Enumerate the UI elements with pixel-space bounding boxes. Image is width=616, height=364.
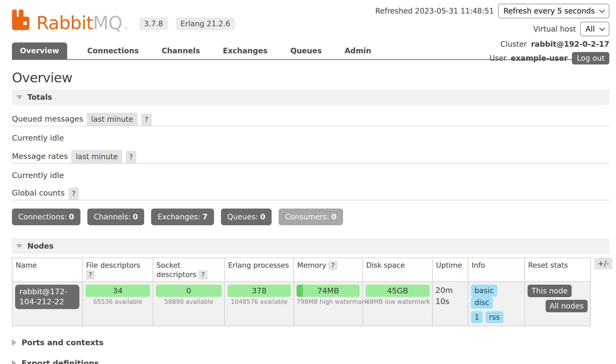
file-descriptors-bar: 34 — [85, 285, 150, 297]
info-cell: basicdisc 1rss — [468, 282, 525, 326]
column-header-memory: Memory ? — [294, 258, 363, 282]
reset-all-nodes-button[interactable]: All nodes — [546, 300, 588, 312]
socket-descriptors-bar: 0 — [156, 285, 222, 297]
column-header-erlang-processes: Erlang processes — [225, 258, 294, 282]
nodes-table-area: Name File descriptors ? Socket descripto… — [12, 258, 609, 326]
consumers-counter-value: 0 — [331, 213, 336, 221]
totals-section-title: Totals — [27, 93, 52, 102]
file-descriptors-help-badge[interactable]: ? — [86, 270, 95, 280]
queues-counter[interactable]: Queues:0 — [221, 209, 272, 225]
connections-counter-value: 0 — [69, 213, 74, 221]
uptime-minutes: 20m — [435, 285, 465, 296]
global-counts-help-badge[interactable]: ? — [69, 188, 79, 200]
file-descriptors-cell: 34 65536 available — [83, 282, 153, 326]
chevron-down-icon — [599, 25, 605, 31]
collapse-triangle-icon — [16, 244, 23, 248]
global-counts-header: Global counts ? — [12, 188, 609, 200]
node-table-row: rabbit@172-104-212-22 34 65536 available… — [12, 282, 591, 326]
channels-counter-value: 0 — [133, 213, 138, 221]
column-header-file-descriptors: File descriptors ? — [83, 258, 153, 282]
version-badges: 3.7.8 Erlang 21.2.6 — [139, 17, 235, 30]
uptime-seconds: 10s — [435, 296, 465, 307]
exchanges-counter-label: Exchanges: — [157, 213, 200, 221]
queues-counter-label: Queues: — [227, 213, 258, 221]
tab-admin[interactable]: Admin — [337, 42, 379, 59]
memory-cell: 74MB 798MB high watermark — [294, 282, 363, 326]
connections-counter-label: Connections: — [18, 213, 67, 221]
rabbitmq-logo[interactable]: Rabbit MQ ™ — [12, 10, 128, 32]
vhost-row: Virtual host All — [533, 22, 609, 36]
logout-button[interactable]: Log out — [572, 52, 609, 64]
nodes-section-header[interactable]: Nodes — [12, 239, 609, 254]
logo-text-rabbit: Rabbit — [36, 15, 93, 32]
memory-watermark: 798MB high watermark — [297, 298, 360, 305]
node-name-badge[interactable]: rabbit@172-104-212-22 — [15, 285, 79, 309]
uptime-cell: 20m 10s — [433, 282, 468, 326]
tab-connections[interactable]: Connections — [79, 42, 147, 59]
info-badge-basic: basic — [471, 285, 497, 297]
channels-counter[interactable]: Channels:0 — [87, 209, 144, 225]
queued-messages-mode-tab[interactable]: last minute — [87, 113, 137, 126]
page-title: Overview — [12, 70, 609, 85]
tab-channels[interactable]: Channels — [154, 42, 208, 59]
global-counters: Connections:0 Channels:0 Exchanges:7 Que… — [12, 209, 609, 225]
queues-counter-value: 0 — [260, 213, 265, 221]
column-header-disk-space: Disk space — [363, 258, 433, 282]
vhost-select[interactable]: All — [580, 22, 609, 36]
disk-space-cell: 45GB 48MB low watermark — [363, 282, 433, 326]
column-header-name: Name — [12, 258, 83, 282]
refresh-interval-select[interactable]: Refresh every 5 seconds — [498, 4, 609, 18]
user-name: example-user — [511, 54, 568, 63]
reset-stats-cell: This node All nodes — [525, 282, 591, 326]
column-header-socket-descriptors: Socket descriptors ? — [153, 258, 225, 282]
queued-messages-header: Queued messages last minute ? — [12, 113, 609, 126]
expand-triangle-icon — [12, 360, 16, 364]
add-remove-columns-button[interactable]: +/- — [594, 258, 612, 270]
cluster-label: Cluster — [500, 40, 527, 49]
node-name-cell: rabbit@172-104-212-22 — [12, 282, 83, 326]
channels-counter-label: Channels: — [94, 213, 131, 221]
logo-trademark: ™ — [123, 26, 128, 32]
cluster-name: rabbit@192-0-2-17 — [531, 40, 609, 49]
nodes-section-title: Nodes — [27, 242, 53, 250]
info-badge-rss: rss — [486, 311, 503, 323]
info-badge-disc: disc — [471, 297, 493, 309]
ports-and-contexts-section[interactable]: Ports and contexts — [12, 338, 609, 347]
user-row: User example-user Log out — [490, 52, 609, 64]
vhost-label: Virtual host — [533, 25, 576, 33]
queued-messages-idle-text: Currently idle — [12, 133, 609, 142]
rabbitmq-overview-page: Rabbit MQ ™ 3.7.8 Erlang 21.2.6 Refreshe… — [0, 0, 616, 364]
erlang-version-badge: Erlang 21.2.6 — [176, 17, 235, 30]
erlang-processes-available: 1048576 available — [228, 298, 291, 305]
queued-messages-label: Queued messages — [12, 114, 83, 126]
reset-this-node-button[interactable]: This node — [528, 285, 572, 297]
nodes-table-header-row: Name File descriptors ? Socket descripto… — [12, 258, 591, 282]
totals-section-header[interactable]: Totals — [12, 90, 609, 105]
vhost-value: All — [585, 25, 595, 33]
column-header-reset-stats: Reset stats — [525, 258, 591, 282]
column-header-uptime: Uptime — [433, 258, 468, 282]
socket-descriptors-help-badge[interactable]: ? — [199, 270, 207, 280]
tab-exchanges[interactable]: Exchanges — [215, 42, 275, 59]
chevron-down-icon — [599, 7, 605, 13]
consumers-counter[interactable]: Consumers:0 — [279, 209, 343, 225]
message-rates-mode-tab[interactable]: last minute — [71, 150, 122, 163]
rabbitmq-version-badge: 3.7.8 — [139, 17, 168, 30]
refresh-row: Refreshed 2023-05-31 11:48:51 Refresh ev… — [375, 4, 609, 18]
refresh-interval-value: Refresh every 5 seconds — [503, 7, 595, 15]
message-rates-label: Message rates — [12, 152, 68, 163]
cluster-row: Cluster rabbit@192-0-2-17 — [500, 40, 609, 49]
export-definitions-section[interactable]: Export definitions — [12, 359, 609, 364]
tab-overview[interactable]: Overview — [12, 42, 67, 59]
message-rates-help-badge[interactable]: ? — [126, 151, 136, 163]
message-rates-header: Message rates last minute ? — [12, 150, 609, 164]
file-descriptors-available: 65536 available — [85, 298, 150, 305]
tab-queues[interactable]: Queues — [282, 42, 330, 59]
memory-help-badge[interactable]: ? — [328, 261, 337, 270]
erlang-processes-bar: 378 — [228, 285, 291, 297]
queued-messages-help-badge[interactable]: ? — [141, 114, 152, 126]
user-label: User — [490, 54, 507, 63]
column-header-info: Info — [468, 258, 525, 282]
exchanges-counter[interactable]: Exchanges:7 — [151, 209, 214, 225]
connections-counter[interactable]: Connections:0 — [12, 209, 80, 225]
